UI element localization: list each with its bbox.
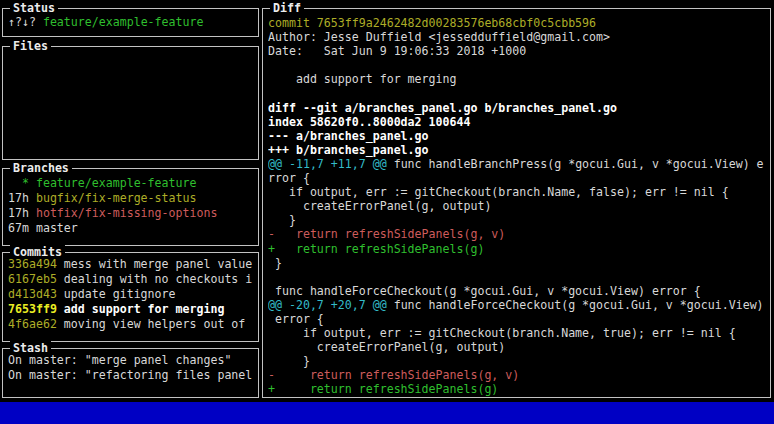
commit-message: mess with merge panel value — [64, 257, 252, 271]
diff-line: @@ -20,7 +20,7 @@ func handleForceChecko… — [268, 298, 770, 312]
diff-line: if output, err := gitCheckout(branch.Nam… — [268, 326, 770, 340]
branch-name: bugfix/fix-merge-status — [36, 191, 197, 205]
status-panel-body: ↑?↓? feature/example-feature — [3, 9, 258, 36]
branch-row[interactable]: * feature/example-feature — [8, 176, 258, 191]
diff-segment: createErrorPanel(g, output) — [268, 340, 505, 354]
diff-line: } — [268, 256, 770, 270]
diff-segment: index 58620f0..8000da2 100644 — [268, 115, 470, 129]
commit-message: moving view helpers out of — [64, 317, 245, 331]
current-branch-name: feature/example-feature — [43, 15, 204, 29]
branch-name: master — [36, 221, 78, 235]
branch-row[interactable]: 67m master — [8, 221, 258, 236]
branch-row[interactable]: 17h hotfix/fix-missing-options — [8, 206, 258, 221]
diff-segment: if output, err := gitCheckout(branch.Nam… — [268, 185, 729, 199]
diff-content: commit 7653ff9a2462482d00283576eb68cbf0c… — [263, 9, 770, 397]
diff-segment: error { — [268, 312, 324, 326]
diff-segment: @@ -11,7 +11,7 @@ — [268, 157, 387, 171]
diff-line: if output, err := gitCheckout(branch.Nam… — [268, 185, 770, 199]
commit-row[interactable]: 336a494 mess with merge panel value — [8, 257, 258, 272]
diff-segment: func handleForceCheckout(g *gocui.Gui, v… — [268, 284, 701, 298]
commit-sha: 4f6ae62 — [8, 317, 64, 331]
diff-line: commit 7653ff9a2462482d00283576eb68cbf0c… — [268, 16, 770, 30]
diff-line: func handleForceCheckout(g *gocui.Gui, v… — [268, 284, 770, 298]
branch-sync-indicators: ↑?↓? — [8, 15, 43, 29]
diff-segment: func handleBranchPress(g *gocui.Gui, v *… — [387, 157, 764, 171]
branch-name: feature/example-feature — [36, 176, 197, 190]
diff-panel[interactable]: Diff commit 7653ff9a2462482d00283576eb68… — [262, 8, 771, 398]
stash-entry-text: On master: "merge panel changes" — [8, 353, 231, 367]
commit-row[interactable]: 6167eb5 dealing with no checkouts i — [8, 272, 258, 287]
stash-list: On master: "merge panel changes"On maste… — [3, 349, 258, 397]
diff-line: index 58620f0..8000da2 100644 — [268, 115, 770, 129]
stash-entry[interactable]: On master: "merge panel changes" — [8, 353, 258, 368]
branch-name: hotfix/fix-missing-options — [36, 206, 217, 220]
branches-panel[interactable]: Branches * feature/example-feature17h bu… — [2, 168, 259, 246]
files-panel[interactable]: Files — [2, 46, 259, 160]
diff-line: + return refreshSidePanels(g) — [268, 242, 770, 256]
diff-line — [268, 86, 770, 100]
diff-segment: } — [268, 354, 310, 368]
diff-line: createErrorPanel(g, output) — [268, 340, 770, 354]
diff-segment: Date: Sat Jun 9 19:06:33 2018 +1000 — [268, 44, 526, 58]
diff-segment: } — [268, 256, 282, 270]
commit-message: add support for merging — [64, 302, 225, 316]
diff-segment: +++ b/branches_panel.go — [268, 143, 429, 157]
diff-segment: rror { — [268, 171, 310, 185]
branches-list: * feature/example-feature17h bugfix/fix-… — [3, 169, 258, 245]
diff-segment: Author: Jesse Duffield <jessedduffield@g… — [268, 30, 610, 44]
diff-segment: + return refreshSidePanels(g) — [268, 382, 498, 396]
diff-segment: createErrorPanel(g, output) — [268, 199, 491, 213]
branch-row[interactable]: 17h bugfix/fix-merge-status — [8, 191, 258, 206]
diff-line: - return refreshSidePanels(g, v) — [268, 227, 770, 241]
diff-line — [268, 270, 770, 284]
diff-segment: - return refreshSidePanels(g, v) — [268, 368, 519, 382]
status-line: ↑?↓? feature/example-feature — [8, 15, 258, 30]
diff-line: error { — [268, 312, 770, 326]
diff-line: Author: Jesse Duffield <jessedduffield@g… — [268, 30, 770, 44]
diff-segment: + return refreshSidePanels(g) — [268, 242, 484, 256]
branch-recency: 17h — [8, 206, 36, 220]
diff-line: @@ -11,7 +11,7 @@ func handleBranchPress… — [268, 157, 770, 171]
files-list — [3, 47, 258, 159]
diff-segment: @@ -20,7 +20,7 @@ — [268, 298, 387, 312]
stash-entry-text: On master: "refactoring files panel — [8, 368, 252, 382]
commit-row-selected[interactable]: 7653ff9 add support for merging — [8, 302, 258, 317]
diff-line: --- a/branches_panel.go — [268, 129, 770, 143]
keybindings-bar: g: reset to this commit, r: rename, s: s… — [0, 402, 774, 424]
commit-sha: 6167eb5 — [8, 272, 64, 286]
diff-line: } — [268, 354, 770, 368]
diff-segment: if output, err := gitCheckout(branch.Nam… — [268, 326, 736, 340]
commit-message: dealing with no checkouts i — [64, 272, 252, 286]
diff-line: add support for merging — [268, 72, 770, 86]
diff-segment: commit 7653ff9a2462482d00283576eb68cbf0c… — [268, 16, 596, 30]
commits-list: 336a494 mess with merge panel value6167e… — [3, 253, 258, 341]
stash-entry[interactable]: On master: "refactoring files panel — [8, 368, 258, 383]
stash-panel[interactable]: Stash On master: "merge panel changes"On… — [2, 348, 259, 398]
status-panel[interactable]: Status ↑?↓? feature/example-feature — [2, 8, 259, 37]
diff-segment: diff --git a/branches_panel.go b/branche… — [268, 101, 617, 115]
diff-segment: add support for merging — [268, 72, 456, 86]
commit-sha: 336a494 — [8, 257, 64, 271]
diff-line: - return refreshSidePanels(g, v) — [268, 368, 770, 382]
diff-line: diff --git a/branches_panel.go b/branche… — [268, 101, 770, 115]
diff-segment: } — [268, 213, 296, 227]
commits-panel[interactable]: Commits 336a494 mess with merge panel va… — [2, 252, 259, 342]
diff-line: } — [268, 213, 770, 227]
diff-segment: - return refreshSidePanels(g, v) — [268, 227, 505, 241]
diff-line — [268, 58, 770, 72]
commit-row[interactable]: 4f6ae62 moving view helpers out of — [8, 317, 258, 332]
diff-line: createErrorPanel(g, output) — [268, 199, 770, 213]
commit-row[interactable]: d413d43 update gitignore — [8, 287, 258, 302]
diff-segment: func handleForceCheckout(g *gocui.Gui, v… — [387, 298, 764, 312]
lazygit-terminal: Status ↑?↓? feature/example-feature File… — [0, 0, 774, 424]
diff-line: +++ b/branches_panel.go — [268, 143, 770, 157]
diff-line: rror { — [268, 171, 770, 185]
commit-sha: 7653ff9 — [8, 302, 64, 316]
commit-message: update gitignore — [64, 287, 176, 301]
branch-recency: 67m — [8, 221, 36, 235]
branch-recency: 17h — [8, 191, 36, 205]
commit-sha: d413d43 — [8, 287, 64, 301]
diff-segment: --- a/branches_panel.go — [268, 129, 429, 143]
diff-line: Date: Sat Jun 9 19:06:33 2018 +1000 — [268, 44, 770, 58]
diff-line: + return refreshSidePanels(g) — [268, 382, 770, 396]
